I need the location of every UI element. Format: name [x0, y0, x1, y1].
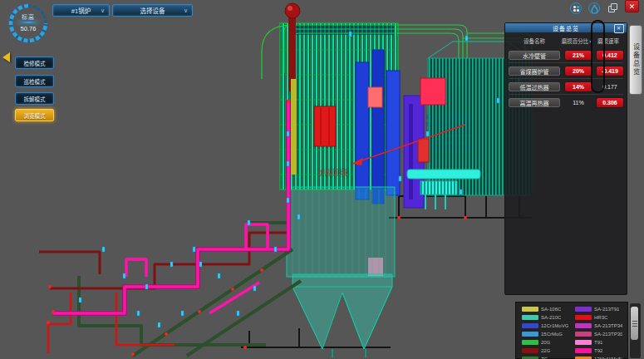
legend-item: 15CrMoG [516, 332, 569, 337]
legend-item: 13MnNiMo54 [569, 357, 622, 359]
legend-item: 20G [516, 340, 569, 345]
legend-item: SA-213TP347H [569, 323, 622, 328]
legend-item: SA-210C [516, 315, 569, 320]
legend-item: 12Cr1MoVG [516, 323, 569, 328]
material-legend: SA-106C SA-213T91 SA-210C HR3C 12Cr1MoVG… [515, 302, 628, 359]
close-app-icon[interactable]: ✕ [625, 0, 639, 12]
legend-item: SA-213T91 [569, 307, 622, 312]
boiler-structure [262, 3, 532, 357]
table-row[interactable]: 省煤器炉管 20% -0.419 [505, 66, 627, 76]
boiler-select-value: #1锅炉 [71, 6, 91, 15]
device-overview-panel: 设备总览 ✕ 设备名称 磨损百分比▾ 磨损速率 水冷壁管 21% 0.412 省… [504, 22, 627, 295]
mode-button-overhaul[interactable]: 检修模式 [15, 57, 54, 69]
mode-button-browse[interactable]: 浏览模式 [15, 109, 54, 121]
wear-percent: 11% [565, 98, 592, 107]
table-row[interactable]: 水冷壁管 21% 0.412 [505, 51, 627, 60]
legend-scrollbar-handle[interactable] [631, 307, 638, 340]
wear-percent-badge: 14% [565, 82, 592, 91]
legend-item: ZG [516, 357, 569, 359]
table-row[interactable]: 低温过热器 14% 0.177 [505, 82, 627, 91]
legend-item: 22G [516, 348, 569, 353]
droplet-icon[interactable] [588, 2, 600, 14]
col-device-name: 设备名称 [509, 37, 560, 45]
wear-percent-badge: 21% [565, 51, 592, 60]
legend-item: HR3C [569, 315, 622, 320]
chevron-down-icon: ∨ [184, 7, 188, 14]
device-select-dropdown[interactable]: 选择设备 ∨ [112, 4, 193, 17]
table-header: 设备名称 磨损百分比▾ 磨损速率 [505, 32, 627, 47]
panel-title-bar[interactable]: 设备总览 ✕ [505, 23, 627, 32]
collapse-arrow-icon[interactable] [2, 52, 10, 62]
panel-close-icon[interactable]: ✕ [614, 24, 624, 33]
panel-title: 设备总览 [553, 24, 579, 32]
gauge-value: 50.76 [7, 25, 50, 32]
legend-item: T92 [569, 348, 622, 353]
table-row[interactable]: 高温再热器 11% 0.306 [505, 98, 627, 107]
dashboard-grid-icon[interactable] [570, 2, 582, 14]
legend-scrollbar[interactable] [629, 302, 642, 359]
row-divider [509, 94, 623, 95]
legend-item: SA-213TP304H [569, 332, 622, 337]
device-overview-side-tab[interactable]: 设备总览 [629, 25, 642, 95]
chimney-outline [591, 20, 605, 93]
legend-item: T91 [569, 340, 622, 345]
chevron-down-icon: ∨ [101, 7, 105, 14]
boiler-select-dropdown[interactable]: #1锅炉 ∨ [52, 4, 110, 17]
gauge-ring-icon [7, 2, 50, 45]
mode-button-disassembly[interactable]: 拆解模式 [15, 92, 54, 105]
elevation-gauge: 标高 50.76 [7, 2, 50, 45]
device-select-value: 选择设备 [140, 6, 165, 15]
furnace-area-label: 炉膛区域 [317, 168, 347, 177]
device-name: 水冷壁管 [509, 51, 560, 60]
mode-button-inspection[interactable]: 巡检模式 [15, 75, 54, 87]
row-divider [509, 78, 623, 79]
device-name: 低温过热器 [509, 82, 560, 91]
device-name: 高温再热器 [509, 98, 560, 107]
layers-icon[interactable] [607, 2, 618, 14]
col-wear-percent: 磨损百分比▾ [560, 37, 593, 45]
legend-item: SA-106C [516, 307, 569, 312]
gauge-divider [17, 22, 39, 23]
wear-percent-badge: 20% [565, 66, 592, 76]
row-divider [509, 62, 623, 63]
wear-value-badge: 0.306 [597, 98, 623, 107]
gauge-label: 标高 [7, 12, 50, 21]
device-name: 省煤器炉管 [509, 66, 560, 76]
pipe-network [39, 100, 467, 356]
grid-glyph [573, 6, 579, 12]
